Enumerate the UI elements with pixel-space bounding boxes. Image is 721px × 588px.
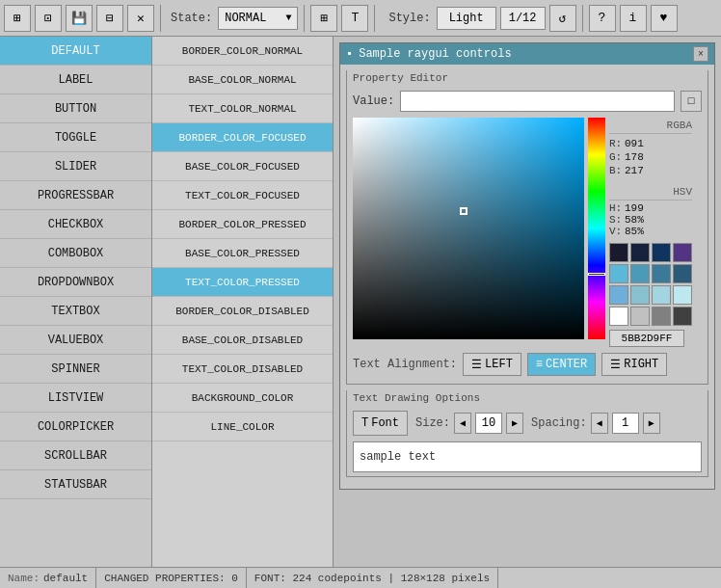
middle-item-base-color-pressed[interactable]: BASE_COLOR_PRESSED <box>152 239 333 268</box>
window-icon: ▪ <box>346 47 353 61</box>
color-swatch-13[interactable] <box>630 307 650 326</box>
font-select-button[interactable]: T Font <box>353 411 408 436</box>
status-changed-value: CHANGED PROPERTIES: 0 <box>104 573 238 584</box>
color-swatch-15[interactable] <box>673 307 692 326</box>
hue-bar[interactable] <box>588 118 605 339</box>
spacing-label: Spacing: <box>531 416 587 430</box>
sample-window: ▪ Sample raygui controls × Property Edit… <box>339 42 715 490</box>
status-name-label: Name: <box>8 573 40 584</box>
align-right-label: RIGHT <box>624 358 658 371</box>
middle-item-background-color[interactable]: BACKGROUND_COLOR <box>152 384 333 413</box>
color-swatch-7[interactable] <box>673 264 692 283</box>
open-button[interactable]: ⊡ <box>35 5 62 32</box>
sidebar-item-valuebox[interactable]: VALUEBOX <box>0 326 151 355</box>
middle-item-base-color-normal[interactable]: BASE_COLOR_NORMAL <box>152 66 333 94</box>
sidebar-item-checkbox[interactable]: CHECKBOX <box>0 210 151 239</box>
sidebar-item-textbox[interactable]: TEXTBOX <box>0 297 151 326</box>
confirm-button[interactable]: □ <box>681 91 702 112</box>
text-drawing-title: Text Drawing Options <box>347 390 708 406</box>
color-swatch-0[interactable] <box>609 243 628 262</box>
status-font-value: FONT: 224 codepoints | 128×128 pixels <box>254 573 490 584</box>
middle-item-line-color[interactable]: LINE_COLOR <box>152 413 333 441</box>
style-counter: 1/12 <box>500 7 546 30</box>
text-view-button[interactable]: T <box>341 5 368 32</box>
align-left-button[interactable]: ☰ LEFT <box>463 353 521 376</box>
refresh-button[interactable]: ↺ <box>549 5 576 32</box>
color-swatch-5[interactable] <box>630 264 650 283</box>
info-button[interactable]: i <box>620 5 647 32</box>
color-swatch-4[interactable] <box>609 264 628 283</box>
color-swatch-8[interactable] <box>609 285 628 305</box>
color-swatch-9[interactable] <box>630 285 650 305</box>
size-decrease-button[interactable]: ◀ <box>454 413 471 434</box>
middle-item-text-color-pressed[interactable]: TEXT_COLOR_PRESSED <box>152 268 333 297</box>
middle-item-base-color-focused[interactable]: BASE_COLOR_FOCUSED <box>152 152 333 181</box>
size-increase-button[interactable]: ▶ <box>506 413 523 434</box>
help-button[interactable]: ? <box>589 5 616 32</box>
spacing-increase-button[interactable]: ▶ <box>643 413 660 434</box>
state-dropdown[interactable]: NORMAL ▼ <box>218 7 298 30</box>
align-center-button[interactable]: ≡ CENTER <box>527 353 596 376</box>
sidebar-item-slider[interactable]: SLIDER <box>0 152 151 181</box>
hue-indicator <box>588 273 605 276</box>
rgba-panel: RGBA R: 091 G: 178 <box>609 118 692 178</box>
heart-button[interactable]: ♥ <box>651 5 678 32</box>
middle-item-border-color-focused[interactable]: BORDER_COLOR_FOCUSED <box>152 123 333 152</box>
spacing-decrease-button[interactable]: ◀ <box>591 413 608 434</box>
middle-item-border-color-normal[interactable]: BORDER_COLOR_NORMAL <box>152 37 333 66</box>
colorpicker-row: RGBA R: 091 G: 178 <box>353 118 702 347</box>
window-close-button[interactable]: × <box>693 46 708 62</box>
middle-item-text-color-focused[interactable]: TEXT_COLOR_FOCUSED <box>152 181 333 210</box>
sidebar-item-dropdownbox[interactable]: DROPDOWNBOX <box>0 268 151 297</box>
sidebar-item-combobox[interactable]: COMBOBOX <box>0 239 151 268</box>
middle-item-text-color-normal[interactable]: TEXT_COLOR_NORMAL <box>152 94 333 123</box>
rgba-g-row: G: 178 <box>609 151 692 163</box>
export-button[interactable]: ⊟ <box>96 5 123 32</box>
middle-item-text-color-disabled[interactable]: TEXT_COLOR_DISABLED <box>152 355 333 384</box>
statusbar: Name: default CHANGED PROPERTIES: 0 FONT… <box>0 567 721 588</box>
align-right-button[interactable]: ☰ RIGHT <box>601 353 667 376</box>
color-swatch-2[interactable] <box>652 243 671 262</box>
sidebar-item-listview[interactable]: LISTVIEW <box>0 384 151 413</box>
new-file-button[interactable]: ⊞ <box>4 5 31 32</box>
sidebar-item-toggle[interactable]: TOGGLE <box>0 123 151 152</box>
sidebar-item-progressbar[interactable]: PROGRESSBAR <box>0 181 151 210</box>
spacing-value: 1 <box>612 413 639 434</box>
hue-bar-inner <box>588 118 605 339</box>
status-changed-seg: CHANGED PROPERTIES: 0 <box>96 568 247 588</box>
value-input[interactable] <box>400 91 675 112</box>
middle-item-border-color-pressed[interactable]: BORDER_COLOR_PRESSED <box>152 210 333 239</box>
color-gradient[interactable] <box>353 118 584 339</box>
middle-item-base-color-disabled[interactable]: BASE_COLOR_DISABLED <box>152 326 333 355</box>
sample-text-display: sample text <box>353 441 702 472</box>
toolbar: ⊞ ⊡ 💾 ⊟ ✕ State: NORMAL ▼ ⊞ T Style: Lig… <box>0 0 721 37</box>
value-row: Value: □ <box>353 91 702 112</box>
save-button[interactable]: 💾 <box>66 5 93 32</box>
sidebar-item-default[interactable]: DEFAULT <box>0 37 151 66</box>
color-swatch-1[interactable] <box>630 243 650 262</box>
r-label: R: <box>609 138 623 149</box>
s-label: S: <box>609 214 623 226</box>
color-swatch-6[interactable] <box>652 264 671 283</box>
b-label: B: <box>609 165 623 176</box>
middle-item-border-color-disabled[interactable]: BORDER_COLOR_DISABLED <box>152 297 333 326</box>
separator-4 <box>582 5 583 32</box>
color-swatch-3[interactable] <box>673 243 692 262</box>
font-label: Font <box>371 416 399 430</box>
color-swatch-10[interactable] <box>652 285 671 305</box>
close-button[interactable]: ✕ <box>127 5 154 32</box>
sidebar-item-button[interactable]: BUTTON <box>0 94 151 123</box>
sidebar-item-spinner[interactable]: SPINNER <box>0 355 151 384</box>
sidebar-item-colorpicker[interactable]: COLORPICKER <box>0 413 151 441</box>
rgba-b-row: B: 217 <box>609 165 692 176</box>
color-swatch-11[interactable] <box>673 285 692 305</box>
color-swatch-12[interactable] <box>609 307 628 326</box>
font-icon: T <box>361 416 368 430</box>
sidebar-item-scrollbar[interactable]: SCROLLBAR <box>0 441 151 470</box>
s-value: 58% <box>625 214 644 226</box>
color-swatch-14[interactable] <box>652 307 671 326</box>
sidebar-item-statusbar[interactable]: STATUSBAR <box>0 470 151 499</box>
grid-view-button[interactable]: ⊞ <box>310 5 337 32</box>
h-value: 199 <box>625 202 644 214</box>
sidebar-item-label[interactable]: LABEL <box>0 66 151 94</box>
